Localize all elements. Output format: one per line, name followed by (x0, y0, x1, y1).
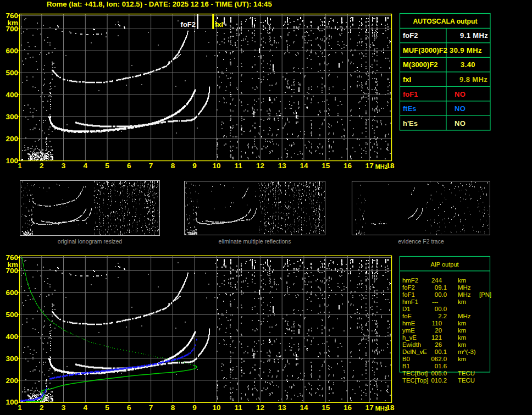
svg-text:15: 15 (322, 403, 330, 412)
svg-text:6: 6 (127, 403, 131, 412)
svg-text:9: 9 (192, 403, 197, 412)
svg-text:Rome (lat: +41.8, lon: 012.5): Rome (lat: +41.8, lon: 012.5) - DATE: 20… (47, 0, 272, 8)
svg-text:500: 500 (5, 69, 18, 77)
svg-text:700: 700 (5, 25, 18, 33)
svg-text:hmF1: hmF1 (402, 298, 418, 305)
svg-text:400: 400 (5, 91, 18, 99)
svg-text:11: 11 (234, 403, 242, 412)
svg-text:6: 6 (127, 162, 131, 170)
svg-text:8: 8 (171, 162, 175, 170)
svg-text:B1: B1 (402, 363, 410, 369)
svg-text:14: 14 (300, 403, 308, 412)
svg-text:10: 10 (212, 403, 220, 412)
svg-text:MHz: MHz (458, 291, 471, 298)
svg-text:300: 300 (5, 355, 18, 363)
svg-text:1: 1 (18, 162, 22, 170)
svg-text:200: 200 (5, 135, 18, 143)
svg-text:110: 110 (432, 320, 442, 327)
svg-text:7: 7 (149, 403, 153, 412)
svg-text:16: 16 (343, 162, 352, 170)
svg-text:17: 17 (365, 403, 374, 412)
svg-text:3: 3 (62, 162, 66, 170)
svg-text:200: 200 (5, 377, 18, 385)
svg-text:100: 100 (5, 157, 18, 165)
svg-text:300: 300 (5, 113, 18, 121)
svg-text:10: 10 (212, 162, 220, 170)
svg-text:400: 400 (5, 333, 18, 341)
svg-text:30.9 MHz: 30.9 MHz (450, 46, 482, 54)
svg-text:MHz: MHz (458, 284, 471, 291)
svg-text:m^(-3): m^(-3) (458, 348, 476, 355)
svg-text:11: 11 (234, 162, 242, 170)
svg-text:121: 121 (431, 334, 442, 341)
svg-text:062.0: 062.0 (431, 356, 447, 362)
svg-text:005.0: 005.0 (431, 370, 447, 377)
svg-text:17: 17 (365, 162, 374, 170)
svg-text:km: km (458, 356, 466, 362)
svg-text:foF1: foF1 (402, 291, 415, 298)
svg-text:AUTOSCALA output: AUTOSCALA output (413, 18, 477, 25)
svg-text:TECU: TECU (458, 370, 475, 377)
svg-text:foF2: foF2 (403, 31, 418, 40)
svg-text:fxI: fxI (215, 20, 223, 29)
svg-text:600: 600 (5, 289, 18, 297)
svg-text:ftEs: ftEs (403, 104, 417, 113)
svg-text:8: 8 (171, 403, 175, 412)
svg-text:9.8 MHz: 9.8 MHz (459, 75, 487, 84)
svg-text:km: km (458, 327, 466, 334)
svg-text:NO: NO (455, 104, 465, 113)
svg-text:MHz: MHz (375, 163, 388, 170)
svg-text:15: 15 (322, 162, 330, 170)
svg-text:---: --- (432, 298, 439, 305)
svg-text:km: km (458, 298, 466, 305)
svg-text:09.1: 09.1 (435, 284, 447, 291)
svg-text:hmF2: hmF2 (402, 277, 418, 284)
svg-text:NO: NO (455, 90, 465, 98)
svg-text:eliminate multiple reflections: eliminate multiple reflections (219, 238, 291, 245)
svg-text:9.1 MHz: 9.1 MHz (460, 31, 488, 40)
svg-text:MUF(3000)F2: MUF(3000)F2 (403, 46, 447, 54)
svg-text:5: 5 (105, 162, 109, 170)
svg-text:14: 14 (300, 162, 308, 170)
svg-text:3.40: 3.40 (461, 60, 475, 69)
svg-text:hmE: hmE (402, 320, 415, 327)
svg-text:00.0: 00.0 (435, 291, 447, 298)
svg-text:fxI: fxI (403, 75, 411, 84)
svg-text:TEC[Top]: TEC[Top] (402, 377, 428, 384)
svg-text:1: 1 (18, 403, 22, 412)
svg-text:MHz: MHz (458, 313, 471, 319)
svg-text:km: km (458, 320, 466, 327)
svg-text:B0: B0 (402, 356, 410, 362)
svg-text:500: 500 (5, 311, 18, 319)
svg-text:foE: foE (402, 313, 412, 319)
svg-text:01.6: 01.6 (435, 363, 447, 369)
svg-text:12: 12 (256, 403, 264, 412)
svg-text:NO: NO (455, 119, 465, 128)
svg-text:foF1: foF1 (403, 90, 418, 98)
svg-text:4: 4 (84, 162, 88, 170)
svg-text:7: 7 (149, 162, 153, 170)
svg-text:TEC[Bot]: TEC[Bot] (402, 370, 428, 377)
svg-text:DelN_vE: DelN_vE (402, 348, 427, 355)
svg-text:km: km (458, 277, 466, 284)
svg-text:100: 100 (5, 398, 18, 406)
svg-text:h_vE: h_vE (402, 334, 417, 341)
svg-text:3: 3 (62, 403, 66, 412)
svg-text:2: 2 (40, 162, 44, 170)
svg-text:D1: D1 (402, 306, 411, 312)
svg-text:13: 13 (278, 403, 287, 412)
svg-text:foF2: foF2 (181, 20, 196, 29)
svg-text:foF2: foF2 (402, 284, 415, 291)
svg-text:244: 244 (431, 277, 442, 284)
svg-text:original ionogram resized: original ionogram resized (58, 238, 122, 245)
svg-text:26: 26 (435, 341, 442, 348)
svg-text:AIP output: AIP output (430, 261, 458, 268)
svg-text:km: km (458, 341, 466, 348)
svg-text:9: 9 (192, 162, 197, 170)
svg-text:Ewidth: Ewidth (402, 341, 421, 348)
svg-text:M(3000)F2: M(3000)F2 (403, 60, 438, 69)
svg-text:TECU: TECU (458, 377, 475, 384)
svg-text:010.2: 010.2 (431, 377, 447, 384)
svg-text:h'Es: h'Es (403, 119, 418, 128)
svg-text:4: 4 (84, 403, 88, 412)
